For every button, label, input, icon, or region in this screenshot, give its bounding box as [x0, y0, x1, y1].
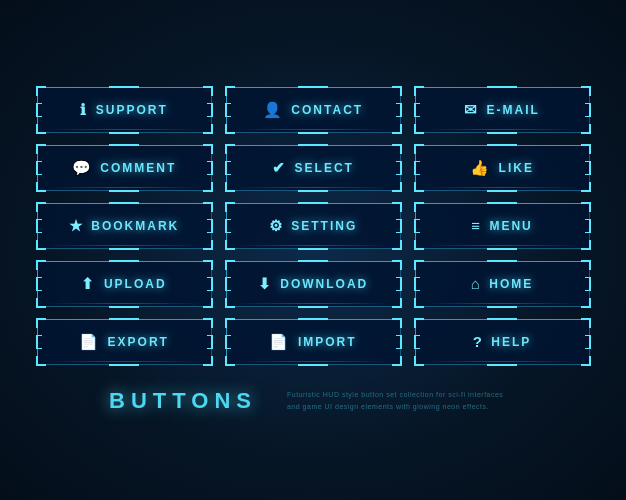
bookmark-icon: ★	[69, 217, 84, 235]
like-icon: 👍	[470, 159, 491, 177]
corner-decoration	[581, 260, 591, 270]
side-notch	[36, 277, 42, 291]
corner-decoration	[392, 182, 402, 192]
side-notch	[225, 161, 231, 175]
select-button[interactable]: ✔ SELECT	[226, 145, 401, 191]
support-icon: ℹ	[80, 101, 88, 119]
side-notch	[207, 103, 213, 117]
corner-decoration	[414, 356, 424, 366]
scanline-decoration	[236, 303, 391, 304]
corner-decoration	[225, 86, 235, 96]
like-button[interactable]: 👍 LIKE	[415, 145, 590, 191]
side-notch	[414, 103, 420, 117]
side-notch	[585, 161, 591, 175]
corner-decoration	[225, 318, 235, 328]
corner-decoration	[36, 124, 46, 134]
corner-decoration	[36, 356, 46, 366]
support-label: SUPPORT	[96, 103, 168, 117]
contact-icon: 👤	[263, 101, 284, 119]
import-button[interactable]: 📄 IMPORT	[226, 319, 401, 365]
email-button[interactable]: ✉ E-MAIL	[415, 87, 590, 133]
corner-decoration	[225, 182, 235, 192]
bottom-notch	[298, 362, 328, 366]
menu-label: MENU	[489, 219, 532, 233]
contact-label: CONTACT	[291, 103, 363, 117]
side-notch	[396, 335, 402, 349]
bottom-notch	[109, 130, 139, 134]
contact-button[interactable]: 👤 CONTACT	[226, 87, 401, 133]
corner-decoration	[581, 124, 591, 134]
corner-decoration	[581, 144, 591, 154]
bookmark-button[interactable]: ★ BOOKMARK	[37, 203, 212, 249]
footer-section: BUTTONS Futuristic HUD style button set …	[109, 388, 517, 414]
bottom-notch	[298, 188, 328, 192]
side-notch	[36, 161, 42, 175]
bottom-notch	[487, 304, 517, 308]
side-notch	[396, 277, 402, 291]
corner-decoration	[392, 356, 402, 366]
menu-button[interactable]: ≡ MENU	[415, 203, 590, 249]
side-notch	[414, 219, 420, 233]
export-button[interactable]: 📄 EXPORT	[37, 319, 212, 365]
corner-decoration	[581, 182, 591, 192]
top-notch	[109, 202, 139, 206]
corner-decoration	[414, 260, 424, 270]
side-notch	[36, 219, 42, 233]
upload-button[interactable]: ⬆ UPLOAD	[37, 261, 212, 307]
corner-decoration	[225, 124, 235, 134]
corner-decoration	[414, 144, 424, 154]
comment-icon: 💬	[72, 159, 93, 177]
import-icon: 📄	[269, 333, 290, 351]
download-button[interactable]: ⬇ DOWNLOAD	[226, 261, 401, 307]
side-notch	[414, 335, 420, 349]
corner-decoration	[414, 86, 424, 96]
support-button[interactable]: ℹ SUPPORT	[37, 87, 212, 133]
home-button[interactable]: ⌂ HOME	[415, 261, 590, 307]
corner-decoration	[36, 298, 46, 308]
select-icon: ✔	[272, 159, 287, 177]
footer-title: BUTTONS	[109, 388, 257, 414]
corner-decoration	[36, 202, 46, 212]
corner-decoration	[225, 144, 235, 154]
corner-decoration	[414, 182, 424, 192]
upload-label: UPLOAD	[104, 277, 167, 291]
corner-decoration	[36, 86, 46, 96]
scanline-decoration	[47, 245, 202, 246]
corner-decoration	[225, 356, 235, 366]
bottom-notch	[487, 188, 517, 192]
corner-decoration	[203, 144, 213, 154]
side-notch	[207, 277, 213, 291]
side-notch	[225, 103, 231, 117]
corner-decoration	[414, 124, 424, 134]
setting-button[interactable]: ⚙ SETTING	[226, 203, 401, 249]
top-notch	[109, 144, 139, 148]
bottom-notch	[487, 246, 517, 250]
setting-icon: ⚙	[269, 217, 284, 235]
side-notch	[585, 219, 591, 233]
bottom-notch	[109, 246, 139, 250]
buttons-grid: ℹ SUPPORT 👤 CONTACT ✉ E-MAIL 💬	[37, 87, 590, 365]
top-notch	[487, 202, 517, 206]
corner-decoration	[203, 182, 213, 192]
corner-decoration	[581, 298, 591, 308]
email-label: E-MAIL	[487, 103, 540, 117]
side-notch	[414, 277, 420, 291]
corner-decoration	[581, 86, 591, 96]
side-notch	[225, 219, 231, 233]
top-notch	[487, 318, 517, 322]
corner-decoration	[203, 260, 213, 270]
comment-label: COMMENT	[100, 161, 176, 175]
corner-decoration	[581, 202, 591, 212]
bottom-notch	[298, 130, 328, 134]
help-button[interactable]: ? HELP	[415, 319, 590, 365]
corner-decoration	[392, 318, 402, 328]
comment-button[interactable]: 💬 COMMENT	[37, 145, 212, 191]
home-icon: ⌂	[471, 275, 482, 292]
corner-decoration	[36, 144, 46, 154]
scanline-decoration	[425, 129, 580, 130]
bookmark-label: BOOKMARK	[91, 219, 179, 233]
side-notch	[396, 219, 402, 233]
footer-description: Futuristic HUD style button set collecti…	[287, 389, 517, 411]
corner-decoration	[392, 144, 402, 154]
side-notch	[207, 161, 213, 175]
